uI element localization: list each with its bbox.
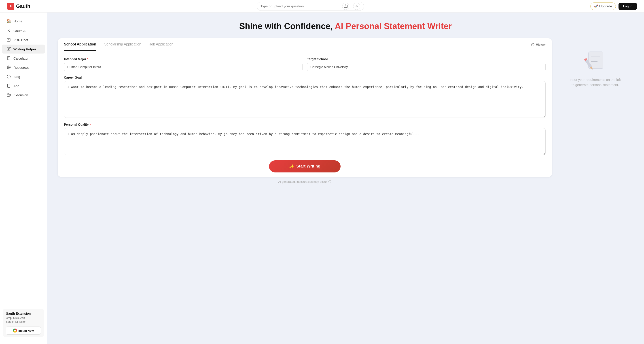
upgrade-button[interactable]: 🚀 Upgrade [590,3,616,10]
sidebar-item-blog[interactable]: Blog [2,72,45,81]
login-button[interactable]: Log in [618,3,637,10]
personal-quality-label: Personal Quality * [64,123,546,126]
svg-point-0 [345,6,346,7]
sidebar-item-label: App [14,84,20,88]
upgrade-label: Upgrade [599,5,612,8]
career-goal-section: Career Goal I want to become a leading r… [64,76,546,119]
history-label: History [536,43,546,46]
logo-icon: X [7,3,14,10]
sidebar-item-writing-helper[interactable]: Writing Helper [2,45,45,54]
sidebar-item-label: Writing Helper [14,47,36,51]
history-button[interactable]: History [531,43,546,46]
install-button[interactable]: Install Now [6,326,41,334]
camera-icon [344,4,348,8]
right-hint: Input your requirements on the left to g… [568,77,622,87]
target-school-label: Target School [307,57,546,61]
svg-rect-18 [8,84,10,88]
required-star: * [87,57,88,61]
info-icon [328,180,332,183]
fields-row: Intended Major * Target School [64,57,546,71]
home-icon: 🏠 [6,19,11,24]
calculator-icon [6,56,11,60]
search-submit-button[interactable] [353,3,360,10]
topbar: X Gauth 🚀 Upgrade Log in [0,0,644,13]
resources-icon [6,65,11,69]
writing-illustration [582,47,609,72]
svg-point-17 [7,75,10,78]
start-writing-wrapper: ✨ Start Writing [64,160,546,173]
target-school-field: Target School [307,57,546,71]
sidebar-item-calculator[interactable]: Calculator [2,54,45,63]
sidebar: 🏠 Home Gauth AI PDF Chat Writing Helpe [0,13,47,344]
pdf-icon [6,38,11,42]
logo-text: Gauth [16,3,30,9]
tab-school-application[interactable]: School Application [64,38,96,51]
arrow-right-icon [355,5,358,8]
sidebar-item-extension[interactable]: Extension [2,90,45,99]
sidebar-item-label: Calculator [14,56,28,60]
start-writing-button[interactable]: ✨ Start Writing [269,160,340,173]
sidebar-item-app[interactable]: App [2,81,45,90]
intended-major-field: Intended Major * [64,57,302,71]
wand-icon: ✨ [289,164,294,169]
headline-part1: Shine with Confidence, [239,22,335,31]
start-writing-label: Start Writing [296,164,320,169]
chrome-icon [13,328,17,332]
sidebar-item-gauth-ai[interactable]: Gauth AI [2,26,45,35]
main-layout: 🏠 Home Gauth AI PDF Chat Writing Helpe [0,13,644,344]
sidebar-item-label: Gauth AI [14,29,26,33]
sidebar-item-label: Home [14,19,22,23]
rocket-icon: 🚀 [594,5,598,8]
divider [351,4,351,9]
personal-quality-textarea[interactable]: I am deeply passionate about the interse… [64,128,546,155]
right-panel: Input your requirements on the left to g… [557,38,633,96]
nav-actions: 🚀 Upgrade Log in [590,3,637,10]
extension-title: Gauth Extension [6,312,41,315]
sidebar-item-label: Resources [14,66,30,69]
sidebar-item-label: Blog [14,75,20,79]
extension-desc: Crop, Click, Ask Search for faster [6,316,41,324]
required-star2: * [90,123,90,126]
ai-disclaimer: AI generated, inaccuracies may occur [58,180,552,184]
page-headline: Shine with Confidence, AI Personal State… [58,22,633,31]
tab-job-application[interactable]: Job Application [149,38,174,51]
main-card: School Application Scholarship Applicati… [58,38,552,177]
headline-part2: AI Personal Statement Writer [335,22,452,31]
search-input[interactable] [260,4,340,8]
career-goal-textarea[interactable]: I want to become a leading researcher an… [64,81,546,118]
sidebar-item-label: PDF Chat [14,38,28,42]
install-label: Install Now [18,329,34,332]
sidebar-nav: 🏠 Home Gauth AI PDF Chat Writing Helpe [0,16,47,305]
tab-bar: School Application Scholarship Applicati… [58,38,552,51]
app-icon [6,84,11,88]
career-goal-label: Career Goal [64,76,546,79]
sidebar-item-resources[interactable]: Resources [2,63,45,72]
intended-major-label: Intended Major * [64,57,302,61]
form-area: Intended Major * Target School [58,51,552,177]
logo: X Gauth [7,3,30,10]
extension-card: Gauth Extension Crop, Click, Ask Search … [3,309,44,337]
search-bar [257,2,364,11]
sidebar-item-label: Extension [14,93,28,97]
disclaimer-text: AI generated, inaccuracies may occur [278,180,327,184]
extension-icon [6,93,11,97]
personal-quality-section: Personal Quality * I am deeply passionat… [64,123,546,156]
gauth-ai-icon [6,29,11,33]
sidebar-item-home[interactable]: 🏠 Home [2,16,45,26]
tab-scholarship-application[interactable]: Scholarship Application [104,38,141,51]
intended-major-input[interactable] [64,63,302,71]
camera-button[interactable] [342,3,349,10]
illustration [582,47,609,73]
target-school-input[interactable] [307,63,546,71]
blog-icon [6,75,11,79]
sidebar-item-pdf-chat[interactable]: PDF Chat [2,35,45,44]
form-card-wrapper: School Application Scholarship Applicati… [58,38,552,184]
content-area: Shine with Confidence, AI Personal State… [47,13,644,344]
writing-icon [6,47,11,51]
sidebar-footer: Gauth Extension Crop, Click, Ask Search … [0,305,47,340]
history-icon [531,43,534,46]
